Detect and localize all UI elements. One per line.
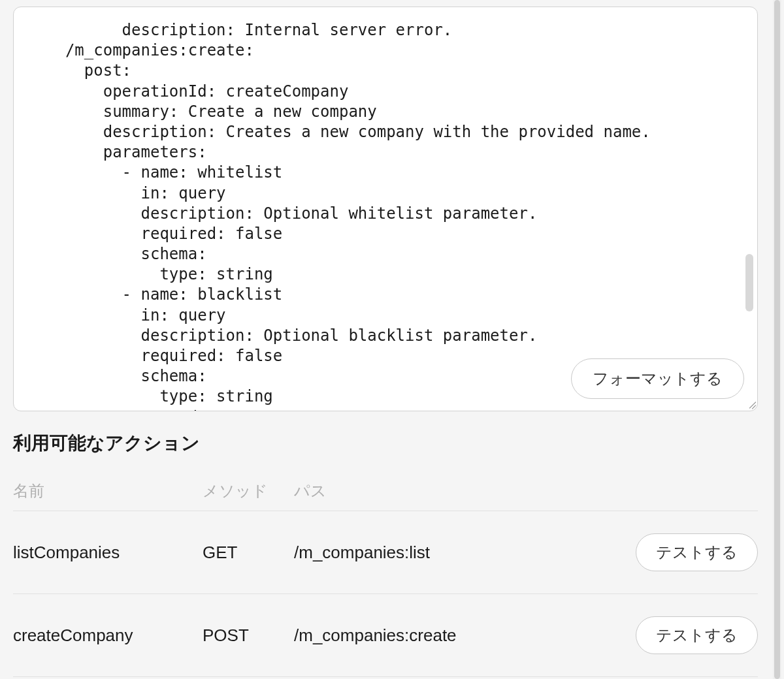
format-button[interactable]: フォーマットする [571, 358, 744, 399]
col-header-method: メソッド [203, 475, 294, 511]
action-path: /m_companies:list [294, 511, 621, 594]
resize-handle-icon[interactable] [743, 396, 756, 409]
table-row: listCompanies GET /m_companies:list テストす… [13, 511, 758, 594]
col-header-path: パス [294, 475, 621, 511]
main-container: description: Internal server error. /m_c… [7, 7, 764, 677]
code-editor-panel: description: Internal server error. /m_c… [13, 7, 758, 411]
available-actions-section: 利用可能なアクション 名前 メソッド パス listCompanies GET … [7, 418, 764, 677]
action-method: GET [203, 511, 294, 594]
action-path: /m_companies:create [294, 594, 621, 677]
page-scrollbar-thumb[interactable] [774, 0, 780, 679]
action-name: createCompany [13, 594, 203, 677]
action-name: listCompanies [13, 511, 203, 594]
actions-table: 名前 メソッド パス listCompanies GET /m_companie… [13, 475, 758, 677]
yaml-editor[interactable]: description: Internal server error. /m_c… [46, 20, 738, 411]
table-header-row: 名前 メソッド パス [13, 475, 758, 511]
col-header-name: 名前 [13, 475, 203, 511]
table-row: createCompany POST /m_companies:create テ… [13, 594, 758, 677]
page-scrollbar-track[interactable] [773, 0, 781, 679]
test-button[interactable]: テストする [636, 616, 758, 654]
test-button[interactable]: テストする [636, 533, 758, 571]
col-header-action [621, 475, 758, 511]
editor-scrollbar-thumb[interactable] [745, 254, 753, 311]
section-title: 利用可能なアクション [13, 431, 758, 456]
action-method: POST [203, 594, 294, 677]
